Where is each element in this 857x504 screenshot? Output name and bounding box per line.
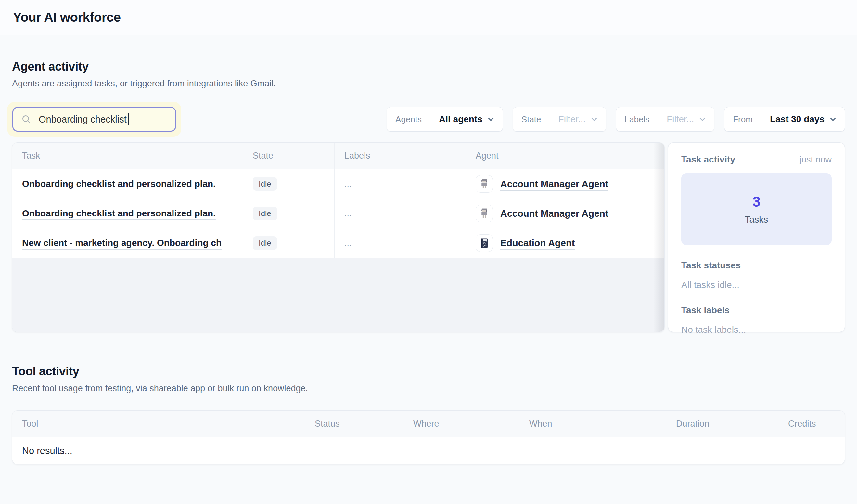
agent-activity-header: Agent activity Agents are assigned tasks… xyxy=(12,60,845,89)
task-table: Task State Labels Agent Onboarding check… xyxy=(12,142,665,332)
filter-dropdown[interactable]: State Filter... xyxy=(512,107,606,132)
filters: Agents All agents State Filter... xyxy=(387,107,845,132)
status-badge: Idle xyxy=(253,207,277,220)
table-row[interactable]: Onboarding checklist and personalized pl… xyxy=(12,169,665,199)
search-input[interactable]: Onboarding checklist xyxy=(12,107,176,132)
tool-activity-subtitle: Recent tool usage from testing, via shar… xyxy=(12,384,845,393)
agent-activity-controls: Onboarding checklist Agents All agents xyxy=(12,102,845,137)
agent-cell: Account Manager Agent xyxy=(466,169,656,199)
task-activity-title: Task activity xyxy=(681,154,735,165)
overflow-cell xyxy=(656,229,665,258)
table-row[interactable]: New client - marketing agency. Onboardin… xyxy=(12,229,665,258)
table-row[interactable]: Onboarding checklist and personalized pl… xyxy=(12,199,665,229)
task-activity-panel: Task activity just now 3 Tasks Task stat… xyxy=(668,142,845,332)
filter-label: Agents xyxy=(387,107,431,131)
task-table-rows: Onboarding checklist and personalized pl… xyxy=(12,169,665,258)
column-header-when: When xyxy=(519,411,666,437)
tool-activity-header: Tool activity Recent tool usage from tes… xyxy=(12,365,845,393)
main-content: Agent activity Agents are assigned tasks… xyxy=(0,60,857,464)
filter-label: State xyxy=(513,107,550,131)
page-title: Your AI workforce xyxy=(13,10,121,25)
filter-dropdown[interactable]: From Last 30 days xyxy=(724,107,845,132)
filter-label: Labels xyxy=(616,107,658,131)
filter-value: Filter... xyxy=(550,107,590,131)
agent-link[interactable]: Account Manager Agent xyxy=(500,179,608,189)
filter-value: Filter... xyxy=(658,107,698,131)
task-table-empty-area xyxy=(12,258,665,332)
state-cell: Idle xyxy=(243,229,334,258)
agent-link[interactable]: Education Agent xyxy=(500,238,575,249)
state-cell: Idle xyxy=(243,169,334,199)
labels-cell: ... xyxy=(334,169,466,199)
filter-value: Last 30 days xyxy=(761,107,828,131)
chevron-down-icon xyxy=(590,107,606,131)
overflow-cell xyxy=(656,169,665,199)
filter-dropdown[interactable]: Labels Filter... xyxy=(616,107,715,132)
tool-activity-title: Tool activity xyxy=(12,365,845,378)
agent-cell: Account Manager Agent xyxy=(466,199,656,228)
task-activity-timestamp: just now xyxy=(800,155,831,165)
filter-label: From xyxy=(724,107,761,131)
column-header-state: State xyxy=(243,142,334,169)
column-header-labels: Labels xyxy=(334,142,466,169)
task-cell: Onboarding checklist and personalized pl… xyxy=(12,199,243,228)
labels-cell: ... xyxy=(334,229,466,258)
task-cell: New client - marketing agency. Onboardin… xyxy=(12,229,243,258)
page-header: Your AI workforce xyxy=(0,0,857,35)
labels-placeholder: ... xyxy=(345,238,352,248)
search-value: Onboarding checklist xyxy=(39,114,127,125)
agent-activity-title: Agent activity xyxy=(12,60,845,73)
task-table-header: Task State Labels Agent xyxy=(12,142,665,169)
search-icon xyxy=(21,114,32,124)
tasks-count: 3 xyxy=(752,194,760,210)
column-header-agent: Agent xyxy=(466,142,656,169)
agent-cell: Education Agent xyxy=(466,229,656,258)
agent-avatar xyxy=(476,175,493,193)
chevron-down-icon xyxy=(486,107,503,131)
search-highlight: Onboarding checklist xyxy=(7,102,181,137)
agent-activity-subtitle: Agents are assigned tasks, or triggered … xyxy=(12,79,845,89)
task-link[interactable]: New client - marketing agency. Onboardin… xyxy=(22,238,221,248)
task-statuses-heading: Task statuses xyxy=(681,260,831,271)
agent-link[interactable]: Account Manager Agent xyxy=(500,208,608,219)
agent-avatar xyxy=(476,234,493,252)
column-header-status: Status xyxy=(305,411,403,437)
text-caret xyxy=(128,113,129,125)
column-header-credits: Credits xyxy=(778,411,845,437)
column-header-task: Task xyxy=(12,142,243,169)
column-header-tool: Tool xyxy=(12,411,305,437)
tasks-count-card: 3 Tasks xyxy=(681,173,831,245)
task-link[interactable]: Onboarding checklist and personalized pl… xyxy=(22,179,216,189)
column-header-overflow xyxy=(656,142,665,169)
labels-placeholder: ... xyxy=(345,208,352,219)
status-badge: Idle xyxy=(253,177,277,191)
chevron-down-icon xyxy=(828,107,845,131)
agent-activity-body: Task State Labels Agent Onboarding check… xyxy=(12,142,845,332)
agent-avatar xyxy=(476,205,493,222)
filter-dropdown[interactable]: Agents All agents xyxy=(387,107,503,132)
task-cell: Onboarding checklist and personalized pl… xyxy=(12,169,243,199)
labels-cell: ... xyxy=(334,199,466,228)
tasks-count-label: Tasks xyxy=(745,215,768,225)
task-labels-heading: Task labels xyxy=(681,305,831,316)
tool-table-empty-row: No results... xyxy=(12,437,845,464)
column-header-where: Where xyxy=(403,411,519,437)
task-link[interactable]: Onboarding checklist and personalized pl… xyxy=(22,208,216,219)
state-cell: Idle xyxy=(243,199,334,228)
task-labels-text: No task labels... xyxy=(681,325,831,335)
filter-value: All agents xyxy=(431,107,486,131)
chevron-down-icon xyxy=(698,107,714,131)
overflow-cell xyxy=(656,199,665,228)
tool-table-header: Tool Status Where When Duration Credits xyxy=(12,411,845,437)
task-statuses-text: All tasks idle... xyxy=(681,280,831,290)
labels-placeholder: ... xyxy=(345,179,352,189)
tool-table: Tool Status Where When Duration Credits … xyxy=(12,410,845,464)
column-header-duration: Duration xyxy=(666,411,778,437)
status-badge: Idle xyxy=(253,236,277,250)
